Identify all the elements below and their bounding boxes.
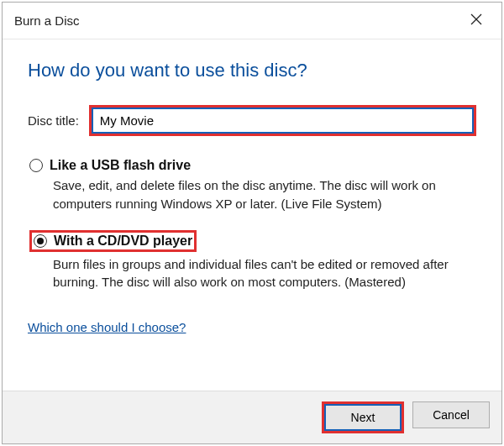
option-usb-title: Like a USB flash drive [50,158,191,173]
disc-title-highlight [89,105,476,136]
disc-title-row: Disc title: [28,105,476,136]
close-button[interactable] [458,8,495,34]
burn-disc-dialog: Burn a Disc How do you want to use this … [2,2,502,444]
radio-cddvd[interactable] [34,234,47,248]
content-area: How do you want to use this disc? Disc t… [3,39,501,391]
option-cddvd-desc: Burn files in groups and individual file… [29,255,476,292]
titlebar: Burn a Disc [3,3,501,39]
close-icon [470,13,482,29]
option-cddvd-head[interactable]: With a CD/DVD player [29,230,197,252]
cancel-button[interactable]: Cancel [412,401,490,428]
next-button[interactable]: Next [324,404,402,431]
next-button-highlight: Next [322,401,404,433]
option-usb-desc: Save, edit, and delete files on the disc… [29,176,476,213]
option-cddvd-title: With a CD/DVD player [54,233,192,249]
dialog-footer: Next Cancel [3,391,501,443]
window-title: Burn a Disc [14,13,80,28]
option-usb: Like a USB flash drive Save, edit, and d… [28,158,476,213]
option-cddvd: With a CD/DVD player Burn files in group… [28,230,476,292]
help-link[interactable]: Which one should I choose? [28,320,186,334]
radio-usb[interactable] [29,159,43,172]
disc-title-label: Disc title: [28,113,79,128]
page-heading: How do you want to use this disc? [28,60,476,81]
disc-title-input[interactable] [92,108,474,134]
option-usb-head[interactable]: Like a USB flash drive [29,158,476,173]
